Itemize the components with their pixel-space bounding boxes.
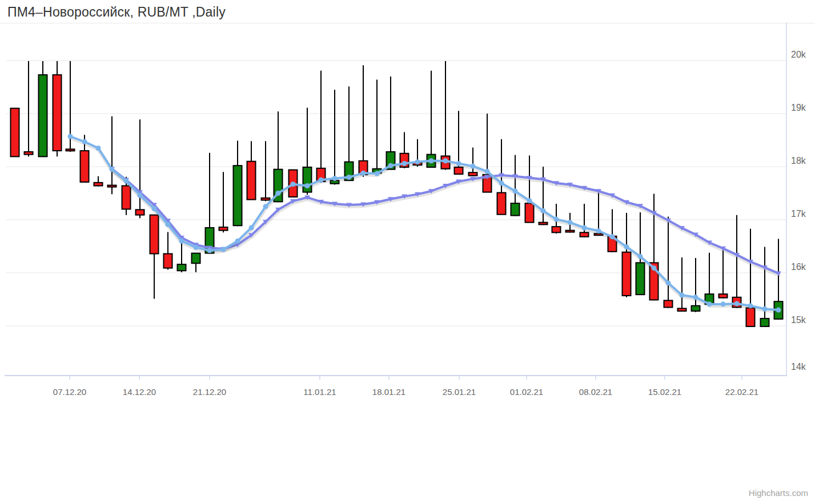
- candle-up[interactable]: [427, 71, 436, 167]
- fast-ma-marker: [638, 254, 643, 259]
- candle-down[interactable]: [539, 167, 548, 225]
- y-axis-label: 18k: [791, 156, 806, 166]
- fast-ma-marker: [610, 234, 615, 239]
- candle-down[interactable]: [53, 61, 62, 156]
- candle-body: [39, 75, 47, 156]
- x-axis-label: 25.01.21: [443, 387, 476, 397]
- fast-ma-marker: [221, 247, 226, 252]
- candle-up[interactable]: [331, 90, 339, 184]
- candle-body: [25, 152, 33, 155]
- x-axis-label: 11.01.21: [303, 387, 336, 397]
- candle-up[interactable]: [373, 79, 382, 174]
- x-axis-label: 07.12.20: [53, 387, 86, 397]
- fast-ma-marker: [624, 244, 629, 249]
- candle-down[interactable]: [219, 172, 228, 232]
- fast-ma-marker: [96, 146, 101, 151]
- fast-ma-marker: [82, 139, 87, 144]
- y-axis-label: 15k: [791, 315, 806, 325]
- fast-ma-marker: [471, 164, 476, 169]
- y-axis-label: 20k: [791, 50, 806, 59]
- fast-ma-marker: [541, 208, 546, 213]
- candle-down[interactable]: [746, 229, 755, 326]
- candle-down[interactable]: [164, 232, 172, 269]
- fast-ma-marker: [402, 161, 407, 166]
- fast-ma-marker: [332, 176, 338, 181]
- fast-ma-marker: [527, 198, 532, 203]
- candlestick-series: [11, 61, 783, 327]
- candle-up[interactable]: [511, 155, 520, 216]
- fast-ma-marker: [388, 163, 394, 168]
- candle-up[interactable]: [387, 76, 395, 170]
- candle-body: [552, 227, 561, 232]
- fast-ma-marker: [429, 158, 434, 163]
- candle-up[interactable]: [274, 111, 283, 202]
- fast-ma-marker: [138, 193, 143, 198]
- candle-body: [623, 252, 631, 296]
- fast-ma-marker: [179, 239, 184, 244]
- candle-up[interactable]: [705, 253, 714, 305]
- candle-down[interactable]: [580, 204, 589, 237]
- candle-down[interactable]: [359, 65, 368, 176]
- y-axis-label: 17k: [791, 209, 806, 219]
- candle-up[interactable]: [192, 253, 200, 272]
- highcharts-credit[interactable]: Highcharts.com: [749, 488, 808, 498]
- candle-body: [664, 300, 673, 307]
- candle-up[interactable]: [234, 140, 242, 226]
- candle-body: [234, 166, 242, 225]
- candle-body: [746, 308, 755, 326]
- candle-body: [636, 263, 645, 295]
- fast-ma-marker: [235, 239, 240, 244]
- candle-body: [580, 232, 589, 236]
- candle-down[interactable]: [733, 215, 741, 308]
- candle-up[interactable]: [178, 242, 186, 272]
- candle-down[interactable]: [247, 141, 256, 199]
- candle-body: [511, 203, 520, 215]
- candle-down[interactable]: [317, 71, 326, 183]
- candle-down[interactable]: [262, 141, 270, 201]
- candle-body: [719, 294, 728, 298]
- fast-ma-marker: [652, 265, 657, 271]
- candle-down[interactable]: [25, 61, 33, 156]
- fast-ma-marker: [485, 169, 490, 174]
- fast-ma-marker: [347, 175, 352, 180]
- candle-body: [247, 162, 256, 200]
- candle-up[interactable]: [206, 153, 214, 254]
- fast-ma-marker: [748, 303, 753, 308]
- candle-down[interactable]: [469, 148, 477, 176]
- candle-down[interactable]: [650, 193, 659, 300]
- candle-down[interactable]: [608, 209, 617, 252]
- candle-down[interactable]: [11, 108, 19, 157]
- x-axis-label: 08.02.21: [579, 387, 612, 397]
- candle-body: [678, 308, 686, 311]
- fast-ma-marker: [596, 228, 601, 233]
- candle-up[interactable]: [39, 61, 47, 156]
- candle-up[interactable]: [692, 258, 700, 312]
- candle-body: [94, 183, 103, 186]
- candle-up[interactable]: [303, 108, 312, 195]
- fast-ma-marker: [776, 308, 781, 313]
- fast-ma-marker: [734, 301, 740, 306]
- x-axis-label: 18.01.21: [372, 387, 406, 397]
- candle-up[interactable]: [761, 247, 769, 326]
- fast-ma-marker: [291, 182, 296, 187]
- candle-down[interactable]: [664, 216, 673, 308]
- fast-ma-marker: [194, 245, 199, 250]
- candle-down[interactable]: [108, 116, 117, 195]
- candle-down[interactable]: [678, 257, 686, 312]
- candle-body: [539, 223, 548, 225]
- candle-down[interactable]: [525, 155, 534, 222]
- candle-body: [136, 209, 144, 215]
- candle-down[interactable]: [623, 213, 631, 297]
- fast-ma-marker: [721, 301, 726, 307]
- y-axis-label: 16k: [791, 262, 806, 272]
- candle-up[interactable]: [345, 87, 354, 182]
- y-axis-label: 19k: [791, 103, 806, 112]
- candlestick-chart: 20k19k18k17k16k15k14k07.12.2014.12.2021.…: [0, 0, 815, 504]
- candle-down[interactable]: [94, 176, 103, 187]
- candle-body: [11, 108, 19, 157]
- candle-down[interactable]: [136, 119, 144, 218]
- candle-down[interactable]: [150, 215, 159, 299]
- fast-ma-marker: [443, 158, 448, 163]
- candle-body: [761, 318, 769, 326]
- candle-down[interactable]: [441, 61, 450, 170]
